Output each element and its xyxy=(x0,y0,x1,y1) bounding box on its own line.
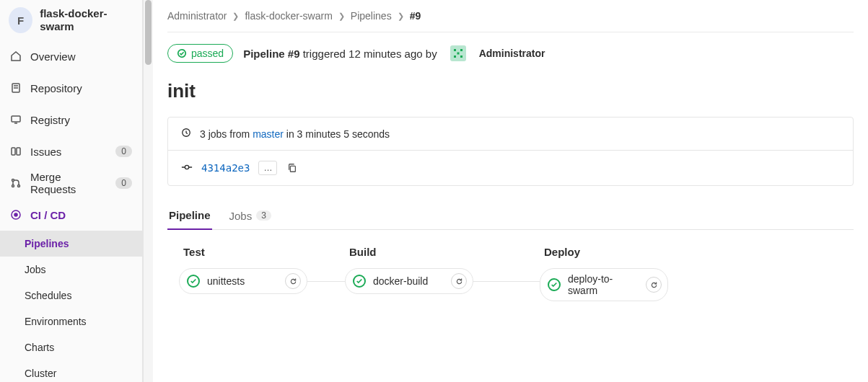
pipeline-trigger-text: Pipeline #9 triggered 12 minutes ago by xyxy=(243,48,437,60)
stage-deploy: Deploy deploy-to-swarm xyxy=(540,246,668,301)
retry-button[interactable] xyxy=(451,273,467,289)
pipeline-id: Pipeline #9 xyxy=(243,48,299,60)
pipeline-graph: Test unittests Build docker-build xyxy=(167,230,854,317)
copy-icon xyxy=(287,163,297,173)
jobs-summary-row: 3 jobs from master in 3 minutes 5 second… xyxy=(168,117,853,150)
commit-icon xyxy=(181,162,193,174)
chevron-right-icon: ❯ xyxy=(232,12,239,21)
stage-name: Test xyxy=(179,246,345,258)
stage-test: Test unittests xyxy=(179,246,345,294)
breadcrumb-project[interactable]: flask-docker-swarm xyxy=(245,10,332,22)
job-docker-build[interactable]: docker-build xyxy=(345,268,473,294)
stage-build: Build docker-build xyxy=(345,246,540,294)
sidebar-item-overview[interactable]: Overview xyxy=(0,40,142,72)
svg-rect-12 xyxy=(457,53,459,55)
breadcrumb-current: #9 xyxy=(410,10,421,22)
breadcrumb-pipelines[interactable]: Pipelines xyxy=(351,10,392,22)
status-text: passed xyxy=(191,48,224,59)
status-passed-icon xyxy=(548,278,561,291)
sidebar: F flask-docker-swarm Overview Repository… xyxy=(0,0,143,382)
sidebar-item-label: Issues xyxy=(30,146,61,158)
sidebar-item-label: CI / CD xyxy=(30,209,66,221)
project-header[interactable]: F flask-docker-swarm xyxy=(0,0,142,40)
issues-badge: 0 xyxy=(115,146,132,157)
mr-badge: 0 xyxy=(115,177,132,189)
sidebar-item-repository[interactable]: Repository xyxy=(0,72,142,104)
chevron-right-icon: ❯ xyxy=(398,12,404,21)
scrollbar-thumb[interactable] xyxy=(145,0,152,65)
project-avatar: F xyxy=(9,7,32,33)
sidebar-item-label: Overview xyxy=(30,50,76,63)
stage-connector xyxy=(473,281,540,282)
svg-rect-3 xyxy=(17,148,20,155)
svg-rect-1 xyxy=(12,116,20,122)
job-name: docker-build xyxy=(373,275,444,287)
sidebar-item-cicd[interactable]: CI / CD xyxy=(0,199,142,231)
status-passed-icon xyxy=(187,275,200,288)
svg-point-8 xyxy=(14,213,17,216)
retry-icon xyxy=(650,281,658,289)
monitor-icon xyxy=(10,114,22,125)
sidebar-item-registry[interactable]: Registry xyxy=(0,104,142,136)
copy-sha-button[interactable] xyxy=(286,161,299,174)
main-content: Administrator ❯ flask-docker-swarm ❯ Pip… xyxy=(153,0,868,382)
scrollbar-track[interactable] xyxy=(143,0,153,382)
identicon-icon xyxy=(452,48,464,59)
jobs-summary-text: 3 jobs from master in 3 minutes 5 second… xyxy=(200,128,390,140)
pipeline-status-row: passed Pipeline #9 triggered 12 minutes … xyxy=(167,32,854,74)
status-badge[interactable]: passed xyxy=(167,44,233,63)
home-icon xyxy=(10,50,22,62)
svg-point-4 xyxy=(12,179,14,182)
svg-point-16 xyxy=(185,165,188,169)
jobs-count: 3 xyxy=(256,210,271,221)
sidebar-sub-cluster[interactable]: Cluster xyxy=(0,360,142,382)
commit-row: 4314a2e3 … xyxy=(168,150,853,185)
sidebar-sub-schedules[interactable]: Schedules xyxy=(0,283,142,308)
retry-button[interactable] xyxy=(646,277,662,293)
user-avatar[interactable] xyxy=(450,45,466,61)
merge-icon xyxy=(10,177,22,189)
project-name: flask-docker-swarm xyxy=(40,7,133,33)
tab-jobs[interactable]: Jobs3 xyxy=(228,202,273,229)
page-title: init xyxy=(167,74,854,117)
pipeline-info-box: 3 jobs from master in 3 minutes 5 second… xyxy=(167,117,854,186)
sidebar-item-issues[interactable]: Issues 0 xyxy=(0,136,142,167)
stage-name: Build xyxy=(345,246,540,258)
stage-name: Deploy xyxy=(540,246,668,258)
job-unittests[interactable]: unittests xyxy=(179,268,307,294)
job-name: unittests xyxy=(207,275,278,287)
breadcrumb-admin[interactable]: Administrator xyxy=(167,10,227,22)
chevron-right-icon: ❯ xyxy=(338,12,345,21)
sidebar-item-label: Merge Requests xyxy=(30,171,107,195)
breadcrumb: Administrator ❯ flask-docker-swarm ❯ Pip… xyxy=(167,0,854,32)
sidebar-sub-jobs[interactable]: Jobs xyxy=(0,257,142,283)
tabs: Pipeline Jobs3 xyxy=(167,202,854,230)
commit-more-button[interactable]: … xyxy=(258,161,277,175)
retry-icon xyxy=(289,277,297,285)
svg-rect-14 xyxy=(460,55,463,58)
retry-button[interactable] xyxy=(285,273,301,289)
svg-rect-10 xyxy=(454,49,456,51)
svg-point-6 xyxy=(18,185,20,187)
clock-icon xyxy=(181,128,191,140)
branch-link[interactable]: master xyxy=(253,128,284,140)
svg-rect-2 xyxy=(12,148,15,155)
sidebar-sub-charts[interactable]: Charts xyxy=(0,334,142,360)
cicd-icon xyxy=(10,209,22,221)
issues-icon xyxy=(10,146,22,157)
commit-sha-link[interactable]: 4314a2e3 xyxy=(201,162,250,174)
file-icon xyxy=(10,82,22,94)
stage-connector xyxy=(307,281,345,282)
sidebar-item-merge-requests[interactable]: Merge Requests 0 xyxy=(0,167,142,199)
job-deploy-to-swarm[interactable]: deploy-to-swarm xyxy=(540,268,668,301)
svg-rect-11 xyxy=(460,49,463,51)
triggered-by-user[interactable]: Administrator xyxy=(479,48,545,59)
sidebar-sub-pipelines[interactable]: Pipelines xyxy=(0,231,142,257)
tab-pipeline[interactable]: Pipeline xyxy=(167,202,212,230)
check-circle-icon xyxy=(177,48,187,58)
sidebar-sub-environments[interactable]: Environments xyxy=(0,308,142,334)
svg-rect-13 xyxy=(454,55,456,58)
status-passed-icon xyxy=(353,275,366,288)
svg-point-5 xyxy=(12,185,14,187)
job-name: deploy-to-swarm xyxy=(568,273,639,296)
